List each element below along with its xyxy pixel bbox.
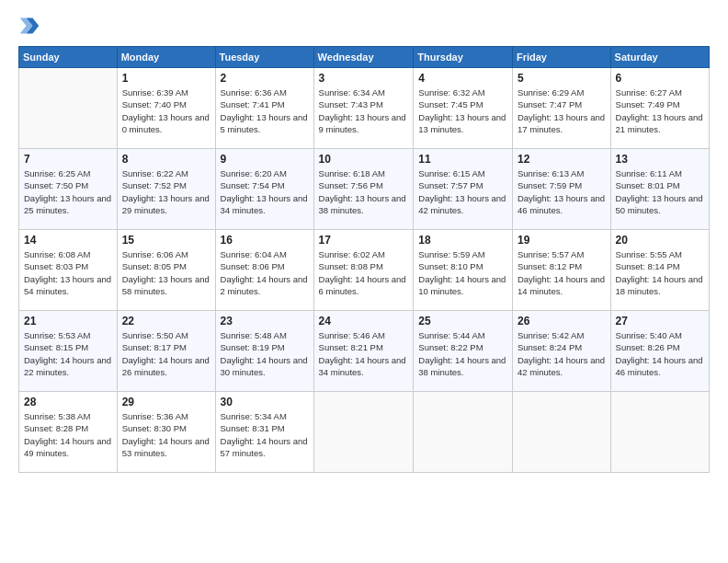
- calendar-day-cell: 10Sunrise: 6:18 AMSunset: 7:56 PMDayligh…: [313, 149, 414, 230]
- calendar-day-cell: [512, 392, 610, 473]
- day-info: Sunrise: 5:34 AMSunset: 8:31 PMDaylight:…: [221, 410, 309, 459]
- calendar-day-cell: 4Sunrise: 6:32 AMSunset: 7:45 PMDaylight…: [414, 68, 513, 149]
- calendar-day-cell: 18Sunrise: 5:59 AMSunset: 8:10 PMDayligh…: [414, 230, 513, 311]
- weekday-header: Friday: [512, 47, 610, 68]
- calendar-week-row: 14Sunrise: 6:08 AMSunset: 8:03 PMDayligh…: [19, 230, 710, 311]
- day-number: 16: [221, 234, 309, 247]
- day-info: Sunrise: 6:06 AMSunset: 8:05 PMDaylight:…: [122, 248, 210, 297]
- day-info: Sunrise: 6:22 AMSunset: 7:52 PMDaylight:…: [122, 167, 210, 216]
- calendar-day-cell: 8Sunrise: 6:22 AMSunset: 7:52 PMDaylight…: [117, 149, 215, 230]
- day-number: 13: [616, 153, 704, 166]
- calendar-day-cell: 23Sunrise: 5:48 AMSunset: 8:19 PMDayligh…: [215, 311, 313, 392]
- calendar-day-cell: 27Sunrise: 5:40 AMSunset: 8:26 PMDayligh…: [610, 311, 709, 392]
- calendar-day-cell: 26Sunrise: 5:42 AMSunset: 8:24 PMDayligh…: [512, 311, 610, 392]
- day-number: 28: [24, 396, 112, 408]
- day-info: Sunrise: 6:27 AMSunset: 7:49 PMDaylight:…: [616, 86, 704, 135]
- calendar-day-cell: 3Sunrise: 6:34 AMSunset: 7:43 PMDaylight…: [313, 68, 414, 149]
- day-number: 4: [418, 72, 507, 85]
- day-info: Sunrise: 5:42 AMSunset: 8:24 PMDaylight:…: [518, 329, 606, 378]
- day-number: 21: [24, 315, 112, 327]
- weekday-header: Monday: [117, 47, 215, 68]
- calendar-header-row: SundayMondayTuesdayWednesdayThursdayFrid…: [19, 47, 710, 68]
- calendar-day-cell: 13Sunrise: 6:11 AMSunset: 8:01 PMDayligh…: [610, 149, 709, 230]
- day-number: 7: [24, 153, 112, 166]
- calendar-day-cell: 6Sunrise: 6:27 AMSunset: 7:49 PMDaylight…: [610, 68, 709, 149]
- calendar-week-row: 21Sunrise: 5:53 AMSunset: 8:15 PMDayligh…: [19, 311, 710, 392]
- calendar-day-cell: [610, 392, 709, 473]
- calendar-day-cell: [414, 392, 513, 473]
- day-number: 11: [418, 153, 507, 166]
- weekday-header: Tuesday: [215, 47, 313, 68]
- day-number: 1: [122, 72, 210, 85]
- calendar-day-cell: 12Sunrise: 6:13 AMSunset: 7:59 PMDayligh…: [512, 149, 610, 230]
- day-number: 29: [122, 396, 210, 408]
- day-number: 2: [221, 72, 309, 85]
- day-number: 19: [518, 234, 606, 247]
- day-info: Sunrise: 6:20 AMSunset: 7:54 PMDaylight:…: [221, 167, 309, 216]
- day-info: Sunrise: 6:04 AMSunset: 8:06 PMDaylight:…: [221, 248, 309, 297]
- day-number: 30: [221, 396, 309, 408]
- day-number: 10: [319, 153, 409, 166]
- day-info: Sunrise: 6:18 AMSunset: 7:56 PMDaylight:…: [319, 167, 409, 216]
- day-info: Sunrise: 5:50 AMSunset: 8:17 PMDaylight:…: [122, 329, 210, 378]
- day-info: Sunrise: 6:08 AMSunset: 8:03 PMDaylight:…: [24, 248, 112, 297]
- calendar-day-cell: 29Sunrise: 5:36 AMSunset: 8:30 PMDayligh…: [117, 392, 215, 473]
- day-info: Sunrise: 5:44 AMSunset: 8:22 PMDaylight:…: [418, 329, 507, 378]
- day-number: 17: [319, 234, 409, 247]
- day-number: 14: [24, 234, 112, 247]
- calendar-week-row: 1Sunrise: 6:39 AMSunset: 7:40 PMDaylight…: [19, 68, 710, 149]
- calendar-day-cell: 22Sunrise: 5:50 AMSunset: 8:17 PMDayligh…: [117, 311, 215, 392]
- calendar-day-cell: 14Sunrise: 6:08 AMSunset: 8:03 PMDayligh…: [19, 230, 118, 311]
- header: [18, 15, 710, 37]
- weekday-header: Saturday: [610, 47, 709, 68]
- logo-icon: [18, 15, 40, 37]
- page: SundayMondayTuesdayWednesdayThursdayFrid…: [0, 0, 728, 563]
- day-info: Sunrise: 6:39 AMSunset: 7:40 PMDaylight:…: [122, 86, 210, 135]
- calendar-week-row: 7Sunrise: 6:25 AMSunset: 7:50 PMDaylight…: [19, 149, 710, 230]
- calendar-day-cell: 21Sunrise: 5:53 AMSunset: 8:15 PMDayligh…: [19, 311, 118, 392]
- day-number: 3: [319, 72, 409, 85]
- weekday-header: Sunday: [19, 47, 118, 68]
- day-info: Sunrise: 6:15 AMSunset: 7:57 PMDaylight:…: [418, 167, 507, 216]
- calendar-day-cell: 20Sunrise: 5:55 AMSunset: 8:14 PMDayligh…: [610, 230, 709, 311]
- day-number: 18: [418, 234, 507, 247]
- calendar-day-cell: 25Sunrise: 5:44 AMSunset: 8:22 PMDayligh…: [414, 311, 513, 392]
- day-info: Sunrise: 5:38 AMSunset: 8:28 PMDaylight:…: [24, 410, 112, 459]
- day-info: Sunrise: 5:36 AMSunset: 8:30 PMDaylight:…: [122, 410, 210, 459]
- day-number: 25: [418, 315, 507, 327]
- day-info: Sunrise: 5:48 AMSunset: 8:19 PMDaylight:…: [221, 329, 309, 378]
- calendar: SundayMondayTuesdayWednesdayThursdayFrid…: [18, 46, 710, 473]
- day-number: 6: [616, 72, 704, 85]
- day-number: 15: [122, 234, 210, 247]
- day-info: Sunrise: 5:59 AMSunset: 8:10 PMDaylight:…: [418, 248, 507, 297]
- day-info: Sunrise: 6:13 AMSunset: 7:59 PMDaylight:…: [518, 167, 606, 216]
- day-info: Sunrise: 5:55 AMSunset: 8:14 PMDaylight:…: [616, 248, 704, 297]
- calendar-day-cell: 28Sunrise: 5:38 AMSunset: 8:28 PMDayligh…: [19, 392, 118, 473]
- calendar-day-cell: 24Sunrise: 5:46 AMSunset: 8:21 PMDayligh…: [313, 311, 414, 392]
- day-info: Sunrise: 5:53 AMSunset: 8:15 PMDaylight:…: [24, 329, 112, 378]
- day-info: Sunrise: 5:46 AMSunset: 8:21 PMDaylight:…: [319, 329, 409, 378]
- day-number: 22: [122, 315, 210, 327]
- day-number: 12: [518, 153, 606, 166]
- day-number: 23: [221, 315, 309, 327]
- day-number: 20: [616, 234, 704, 247]
- calendar-day-cell: 9Sunrise: 6:20 AMSunset: 7:54 PMDaylight…: [215, 149, 313, 230]
- day-info: Sunrise: 6:02 AMSunset: 8:08 PMDaylight:…: [319, 248, 409, 297]
- weekday-header: Wednesday: [313, 47, 414, 68]
- calendar-day-cell: 5Sunrise: 6:29 AMSunset: 7:47 PMDaylight…: [512, 68, 610, 149]
- day-info: Sunrise: 5:40 AMSunset: 8:26 PMDaylight:…: [616, 329, 704, 378]
- calendar-day-cell: 2Sunrise: 6:36 AMSunset: 7:41 PMDaylight…: [215, 68, 313, 149]
- calendar-day-cell: 15Sunrise: 6:06 AMSunset: 8:05 PMDayligh…: [117, 230, 215, 311]
- calendar-week-row: 28Sunrise: 5:38 AMSunset: 8:28 PMDayligh…: [19, 392, 710, 473]
- day-number: 8: [122, 153, 210, 166]
- calendar-day-cell: 7Sunrise: 6:25 AMSunset: 7:50 PMDaylight…: [19, 149, 118, 230]
- calendar-day-cell: 16Sunrise: 6:04 AMSunset: 8:06 PMDayligh…: [215, 230, 313, 311]
- day-number: 9: [221, 153, 309, 166]
- day-info: Sunrise: 6:34 AMSunset: 7:43 PMDaylight:…: [319, 86, 409, 135]
- calendar-day-cell: 1Sunrise: 6:39 AMSunset: 7:40 PMDaylight…: [117, 68, 215, 149]
- day-info: Sunrise: 6:36 AMSunset: 7:41 PMDaylight:…: [221, 86, 309, 135]
- day-number: 26: [518, 315, 606, 327]
- calendar-day-cell: 11Sunrise: 6:15 AMSunset: 7:57 PMDayligh…: [414, 149, 513, 230]
- day-info: Sunrise: 6:29 AMSunset: 7:47 PMDaylight:…: [518, 86, 606, 135]
- calendar-day-cell: 30Sunrise: 5:34 AMSunset: 8:31 PMDayligh…: [215, 392, 313, 473]
